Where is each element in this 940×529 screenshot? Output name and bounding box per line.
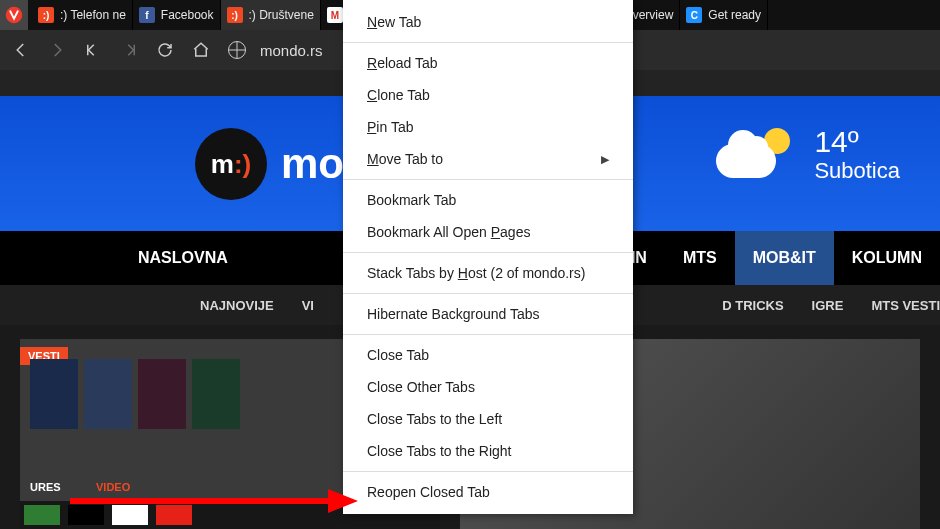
menu-stack-tabs[interactable]: Stack Tabs by Host (2 of mondo.rs) bbox=[343, 257, 633, 289]
favicon: M bbox=[327, 7, 343, 23]
logo-icon: m:) bbox=[195, 128, 267, 200]
back-button[interactable] bbox=[8, 37, 34, 63]
main-nav-item[interactable]: KOLUMN bbox=[834, 231, 940, 285]
tab-title: Get ready bbox=[708, 8, 761, 22]
menu-pin-tab[interactable]: Pin Tab bbox=[343, 111, 633, 143]
tab-title: :) Telefon ne bbox=[60, 8, 126, 22]
svg-marker-4 bbox=[328, 489, 358, 513]
browser-tab[interactable]: CGet ready bbox=[680, 0, 768, 30]
vivaldi-app-icon[interactable] bbox=[0, 0, 28, 30]
sub-nav-item[interactable]: IGRE bbox=[812, 298, 844, 313]
card-label: URES bbox=[30, 481, 61, 493]
tab-title: Facebook bbox=[161, 8, 214, 22]
favicon: C bbox=[686, 7, 702, 23]
menu-bookmark-all[interactable]: Bookmark All Open Pages bbox=[343, 216, 633, 248]
fast-forward-button[interactable] bbox=[116, 37, 142, 63]
sub-nav-item[interactable]: VI bbox=[302, 298, 314, 313]
main-nav-item[interactable]: MOB&IT bbox=[735, 231, 834, 285]
address-bar[interactable]: mondo.rs bbox=[260, 42, 323, 59]
site-logo[interactable]: m:) mo bbox=[195, 128, 344, 200]
forward-button[interactable] bbox=[44, 37, 70, 63]
menu-close-left[interactable]: Close Tabs to the Left bbox=[343, 403, 633, 435]
main-nav-item[interactable]: NASLOVNA bbox=[120, 231, 246, 285]
reload-button[interactable] bbox=[152, 37, 178, 63]
favicon: f bbox=[139, 7, 155, 23]
sub-nav-item[interactable]: D TRICKS bbox=[722, 298, 783, 313]
browser-tab[interactable]: :):) Društvene bbox=[221, 0, 321, 30]
menu-clone-tab[interactable]: Clone Tab bbox=[343, 79, 633, 111]
browser-tab[interactable]: fFacebook bbox=[133, 0, 221, 30]
tab-title: :) Društvene bbox=[249, 8, 314, 22]
menu-close-tab[interactable]: Close Tab bbox=[343, 339, 633, 371]
weather-widget[interactable]: 14º Subotica bbox=[716, 124, 900, 184]
menu-reopen-closed[interactable]: Reopen Closed Tab bbox=[343, 476, 633, 508]
weather-icon bbox=[716, 124, 796, 184]
sub-nav-item[interactable]: MTS VESTI bbox=[871, 298, 940, 313]
site-info-icon[interactable] bbox=[224, 37, 250, 63]
tab-context-menu: New Tab Reload Tab Clone Tab Pin Tab Mov… bbox=[343, 0, 633, 514]
menu-close-right[interactable]: Close Tabs to the Right bbox=[343, 435, 633, 467]
menu-close-other[interactable]: Close Other Tabs bbox=[343, 371, 633, 403]
logo-text: mo bbox=[281, 140, 344, 188]
annotation-arrow bbox=[70, 486, 360, 520]
menu-new-tab[interactable]: New Tab bbox=[343, 6, 633, 38]
browser-tab[interactable]: :):) Telefon ne bbox=[32, 0, 133, 30]
menu-reload-tab[interactable]: Reload Tab bbox=[343, 47, 633, 79]
chevron-right-icon: ▶ bbox=[601, 153, 609, 166]
menu-bookmark-tab[interactable]: Bookmark Tab bbox=[343, 184, 633, 216]
favicon: :) bbox=[38, 7, 54, 23]
weather-city: Subotica bbox=[814, 158, 900, 184]
sub-nav-item[interactable]: NAJNOVIJE bbox=[200, 298, 274, 313]
menu-move-tab[interactable]: Move Tab to▶ bbox=[343, 143, 633, 175]
menu-hibernate-tabs[interactable]: Hibernate Background Tabs bbox=[343, 298, 633, 330]
main-nav-item[interactable]: MTS bbox=[665, 231, 735, 285]
rewind-button[interactable] bbox=[80, 37, 106, 63]
weather-temp: 14º bbox=[814, 125, 900, 158]
home-button[interactable] bbox=[188, 37, 214, 63]
favicon: :) bbox=[227, 7, 243, 23]
